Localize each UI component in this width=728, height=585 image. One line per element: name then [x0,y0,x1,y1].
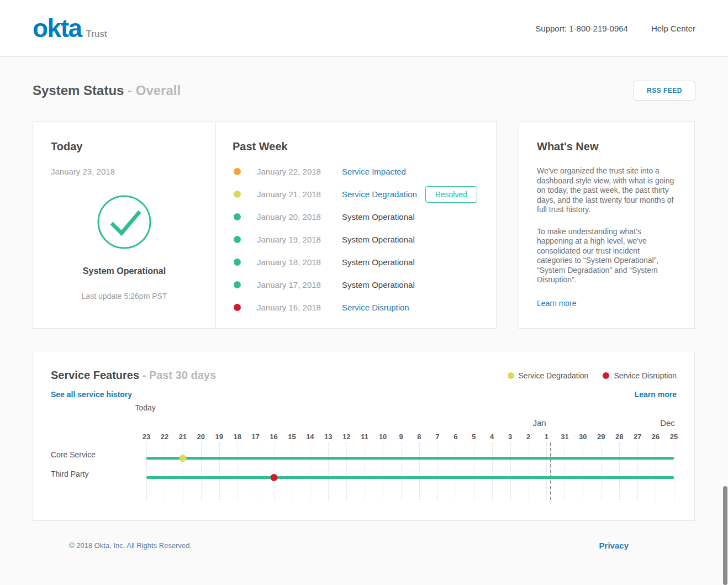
past-week-date: January 16, 2018 [257,303,342,312]
day-tick-label: 3 [508,433,512,441]
past-week-row: January 18, 2018System Operational [233,251,479,273]
day-tick-label: 9 [399,433,403,441]
past-week-status: System Operational [342,212,415,222]
past-week-status[interactable]: Service Degradation [342,189,417,199]
incident-dot-disruption[interactable] [270,474,277,481]
day-tick-label: 7 [435,433,439,441]
chart-row-label: Third Party [51,470,88,478]
service-features-card: Service Features - Past 30 days Service … [33,351,695,521]
whats-new-learn-more-link[interactable]: Learn more [537,299,577,308]
logo-subtitle: Trust [86,29,107,40]
okta-logo[interactable]: okta [33,15,82,41]
day-tick-label: 13 [324,433,332,441]
status-dot-operational-icon [234,213,241,220]
whats-new-paragraph-2: To make understanding what's happening a… [537,227,677,285]
day-tick-label: 6 [453,433,457,441]
legend-item-degradation: Service Degradation [508,371,589,380]
day-gridline [183,442,183,500]
status-dot-degradation-icon [234,191,241,198]
day-tick-label: 12 [342,433,350,441]
day-tick-label: 30 [579,433,587,441]
today-date: January 23, 2018 [51,167,198,176]
day-gridline [456,442,456,500]
day-gridline [383,442,383,500]
past-week-status: System Operational [342,280,415,289]
month-boundary-line [550,442,551,500]
past-week-rows: January 22, 2018Service ImpactedJanuary … [233,160,479,319]
legend-dot-disruption-icon [603,372,609,379]
status-cards-row: Today January 23, 2018 System Operationa… [33,122,695,329]
day-gridline [474,442,474,500]
day-tick-label: 31 [561,433,568,441]
today-section: Today January 23, 2018 System Operationa… [33,122,216,328]
service-features-heading: Service Features [51,369,139,381]
day-gridline [219,442,220,500]
title-row: System Status - Overall RSS FEED [33,81,695,101]
chart-plot-area: Today 2322212019181716151413121110987654… [146,403,674,504]
past-week-row: January 17, 2018System Operational [233,273,479,296]
past-week-date: January 17, 2018 [257,280,342,289]
past-week-row: January 22, 2018Service Impacted [233,160,479,183]
past-week-heading: Past Week [233,140,479,153]
copyright-text: © 2018 Okta, Inc. All Rights Reserved. [69,541,192,550]
past-week-date: January 22, 2018 [257,167,342,176]
status-dot-operational-icon [234,281,241,288]
support-phone: Support: 1-800-219-0964 [535,24,628,33]
past-week-date: January 19, 2018 [257,235,342,244]
past-week-date: January 21, 2018 [257,189,342,199]
day-gridline [656,442,656,500]
day-gridline [310,442,310,500]
day-tick-label: 16 [270,433,277,441]
day-tick-label: 23 [143,433,150,441]
day-tick-label: 2 [526,433,530,441]
day-tick-label: 4 [490,433,494,441]
footer: © 2018 Okta, Inc. All Rights Reserved. P… [33,541,695,550]
day-tick-label: 5 [472,433,476,441]
whats-new-heading: What's New [537,140,677,153]
day-gridline [346,442,347,500]
help-center-link[interactable]: Help Center [651,24,695,33]
whats-new-paragraph-1: We've organized the trust site into a da… [537,166,677,215]
incident-dot-degradation[interactable] [179,455,186,462]
day-tick-label: 25 [670,433,678,441]
day-tick-label: 18 [233,433,241,441]
day-gridline [529,442,529,500]
page-title: System Status [33,83,124,98]
past-week-row: January 19, 2018System Operational [233,228,479,251]
features-learn-more-link[interactable]: Learn more [635,390,677,399]
day-gridline [437,442,438,500]
day-gridline [601,442,602,500]
day-gridline [583,442,583,500]
day-gridline [492,442,493,500]
chart-today-label: Today [135,403,155,412]
service-status-line [146,476,674,479]
privacy-link[interactable]: Privacy [599,541,629,550]
day-tick-label: 26 [652,433,660,441]
past-week-status: System Operational [342,235,415,244]
day-gridline [674,442,674,500]
past-week-status[interactable]: Service Impacted [342,167,406,176]
service-features-header: Service Features - Past 30 days Service … [51,369,677,382]
last-update: Last update 5:26pm PST [51,292,198,301]
day-tick-label: 22 [161,433,168,441]
day-tick-label: 1 [545,433,548,441]
see-all-service-history-link[interactable]: See all service history [51,390,132,399]
day-tick-label: 11 [361,433,368,441]
past-week-row: January 16, 2018Service Disruption [233,296,479,319]
rss-feed-button[interactable]: RSS FEED [634,81,695,101]
day-tick-label: 19 [215,433,223,441]
chart-row-label: Core Service [51,450,96,459]
day-tick-label: 27 [634,433,641,441]
logo-group: okta Trust [33,15,107,41]
past-week-date: January 20, 2018 [257,212,342,222]
scrollbar-thumb[interactable] [723,486,727,585]
day-gridline [637,442,638,500]
status-dot-impacted-icon [234,168,241,175]
past-week-section: Past Week January 22, 2018Service Impact… [216,122,496,328]
day-gridline [565,442,565,500]
legend-dot-degradation-icon [508,372,514,379]
month-label-jan: Jan [532,418,546,428]
day-tick-label: 28 [615,433,623,441]
past-week-status[interactable]: Service Disruption [342,303,409,312]
status-dot-operational-icon [234,236,241,243]
